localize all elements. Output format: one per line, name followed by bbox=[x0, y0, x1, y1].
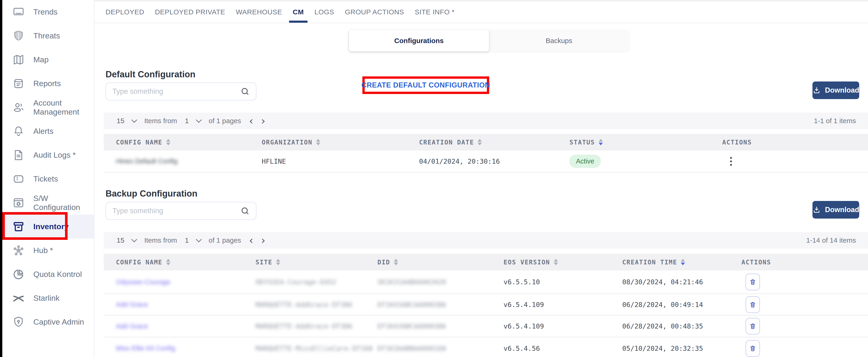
did-cell: EF1K43ABCAA000386 bbox=[377, 322, 503, 330]
column-label: CONFIG NAME bbox=[116, 259, 162, 266]
annotation-red-box-create: CREATE DEFAULT CONFIGURATION bbox=[362, 77, 489, 94]
sidebar-item-map[interactable]: Map bbox=[2, 48, 94, 71]
active-tab-underline bbox=[289, 21, 308, 23]
column-header-did[interactable]: DID bbox=[377, 259, 503, 266]
next-page-button[interactable]: › bbox=[261, 235, 265, 246]
sort-icon[interactable] bbox=[394, 259, 398, 265]
sidebar-item-sw-configuration[interactable]: S/W Configuration bbox=[2, 191, 94, 215]
eos-version-cell: v6.5.4.56 bbox=[503, 345, 622, 352]
sort-icon[interactable] bbox=[554, 259, 558, 265]
delete-row-button[interactable] bbox=[746, 318, 760, 334]
toggle-configurations[interactable]: Configurations bbox=[349, 30, 489, 51]
eos-version-cell: v6.5.5.10 bbox=[503, 278, 622, 286]
sidebar-item-starlink[interactable]: Starlink bbox=[2, 286, 94, 310]
config-name-link[interactable]: Miss Ellie Kit Config bbox=[116, 345, 175, 352]
sort-icon[interactable] bbox=[477, 139, 482, 145]
download-label: Download bbox=[825, 86, 859, 94]
sort-icon[interactable] bbox=[276, 259, 280, 265]
tab-warehouse[interactable]: WAREHOUSE bbox=[236, 1, 282, 23]
column-label: EOS VERSION bbox=[503, 259, 550, 266]
page-size-dropdown-chevron-icon[interactable] bbox=[131, 117, 137, 123]
sort-icon-active[interactable] bbox=[681, 259, 685, 265]
prev-page-button[interactable]: ‹ bbox=[249, 116, 253, 126]
sidebar-item-reports[interactable]: Reports bbox=[2, 71, 94, 95]
delete-row-button[interactable] bbox=[746, 274, 760, 290]
tab-cm[interactable]: CM bbox=[293, 1, 304, 23]
column-header-eos-version[interactable]: EOS VERSION bbox=[503, 259, 622, 266]
column-header-status[interactable]: STATUS bbox=[569, 139, 722, 146]
window-gear-icon bbox=[12, 196, 25, 209]
create-default-configuration-button[interactable]: CREATE DEFAULT CONFIGURATION bbox=[362, 81, 490, 89]
page-size-value: 15 bbox=[117, 236, 124, 244]
column-label: SITE bbox=[255, 259, 272, 266]
search-icon bbox=[240, 206, 250, 216]
column-header-actions: ACTIONS bbox=[741, 259, 868, 266]
toggle-backups[interactable]: Backups bbox=[489, 30, 629, 51]
backup-search-box bbox=[105, 202, 256, 220]
column-header-config-name[interactable]: CONFIG NAME bbox=[116, 259, 255, 266]
page-dropdown-chevron-icon[interactable] bbox=[196, 236, 202, 242]
backup-search-input[interactable] bbox=[112, 207, 240, 215]
delete-row-button[interactable] bbox=[746, 340, 760, 357]
row-actions-kebab-icon[interactable] bbox=[726, 157, 736, 166]
sort-icon-active[interactable] bbox=[599, 139, 603, 145]
column-label: CONFIG NAME bbox=[116, 139, 162, 146]
table-row: Hines Default Config HFLINE 04/01/2024, … bbox=[104, 150, 868, 173]
column-header-config-name[interactable]: CONFIG NAME bbox=[116, 139, 262, 146]
delete-row-button[interactable] bbox=[746, 296, 760, 313]
tab-deployed-private[interactable]: DEPLOYED PRIVATE bbox=[155, 1, 225, 23]
sidebar-item-trends[interactable]: Trends bbox=[2, 0, 94, 24]
sidebar-item-label: Threats bbox=[33, 31, 60, 40]
default-download-button[interactable]: Download bbox=[812, 82, 859, 99]
backup-download-button[interactable]: Download bbox=[812, 201, 859, 218]
sort-icon[interactable] bbox=[316, 139, 320, 145]
column-header-creation-time[interactable]: CREATION TIME bbox=[622, 259, 741, 266]
sidebar-item-quota-kontrol[interactable]: Quota Kontrol bbox=[2, 262, 94, 286]
config-name-link[interactable]: Add Grace bbox=[116, 301, 148, 308]
table-row: Add Grace MARQUETTE-AddGrace-EF386 EF1K4… bbox=[104, 316, 868, 337]
site-cell: MARQUETTE-AddGrace-EF386 bbox=[255, 322, 377, 330]
main-content: DEPLOYED DEPLOYED PRIVATE WAREHOUSE CM L… bbox=[94, 0, 868, 357]
next-page-button[interactable]: › bbox=[261, 116, 265, 126]
column-header-site[interactable]: SITE bbox=[255, 259, 377, 266]
toggle-label: Configurations bbox=[394, 37, 444, 45]
annotation-red-box-inventory bbox=[2, 212, 68, 240]
sidebar-item-account-management[interactable]: Account Management bbox=[2, 95, 94, 119]
page-dropdown-chevron-icon[interactable] bbox=[196, 117, 202, 123]
tab-label: LOGS bbox=[314, 8, 334, 16]
trash-icon bbox=[749, 345, 756, 352]
tab-group-actions[interactable]: GROUP ACTIONS bbox=[345, 1, 404, 23]
column-header-creation-date[interactable]: CREATION DATE bbox=[419, 139, 569, 146]
sort-icon[interactable] bbox=[166, 139, 170, 145]
sidebar-item-label: Captive Admin bbox=[33, 318, 84, 326]
column-label: CREATION TIME bbox=[622, 259, 677, 266]
sidebar-item-hub[interactable]: Hub * bbox=[2, 238, 94, 262]
tab-label: WAREHOUSE bbox=[236, 8, 282, 16]
default-search-input[interactable] bbox=[112, 87, 240, 96]
ticket-icon bbox=[12, 173, 25, 185]
tab-site-info[interactable]: SITE INFO * bbox=[415, 1, 455, 23]
config-name-link[interactable]: Add Grace bbox=[116, 323, 148, 330]
tab-logs[interactable]: LOGS bbox=[314, 1, 334, 23]
sidebar-item-audit-logs[interactable]: Audit Logs * bbox=[2, 143, 94, 167]
monitor-icon bbox=[12, 5, 25, 19]
sidebar-item-tickets[interactable]: Tickets bbox=[2, 167, 94, 191]
sidebar-item-alerts[interactable]: Alerts bbox=[2, 119, 94, 143]
column-header-organization[interactable]: ORGANIZATION bbox=[262, 139, 419, 146]
creation-time-cell: 05/10/2024, 20:32:35 bbox=[622, 345, 741, 352]
sort-icon[interactable] bbox=[166, 259, 170, 265]
page-size-dropdown-chevron-icon[interactable] bbox=[131, 236, 137, 242]
items-from-label: Items from bbox=[144, 236, 177, 244]
table-row: Odyssee-Courage ODYSSEA-Courage-EA52 SK1… bbox=[104, 270, 868, 294]
creation-time-cell: 06/28/2024, 00:49:14 bbox=[622, 301, 741, 308]
download-label: Download bbox=[825, 206, 859, 214]
default-pagination-bar: 15 Items from 1 of 1 pages ‹ › 1-1 of 1 … bbox=[104, 113, 868, 129]
default-table-header: CONFIG NAME ORGANIZATION CREATION DATE S… bbox=[104, 134, 868, 150]
sidebar-item-label: Map bbox=[33, 55, 49, 64]
prev-page-button[interactable]: ‹ bbox=[249, 235, 253, 246]
tab-deployed[interactable]: DEPLOYED bbox=[105, 1, 144, 23]
column-label: DID bbox=[377, 259, 390, 266]
config-name-link[interactable]: Odyssee-Courage bbox=[116, 278, 170, 286]
sidebar-item-threats[interactable]: Threats bbox=[2, 24, 94, 48]
sidebar-item-captive-admin[interactable]: Captive Admin bbox=[2, 310, 94, 334]
